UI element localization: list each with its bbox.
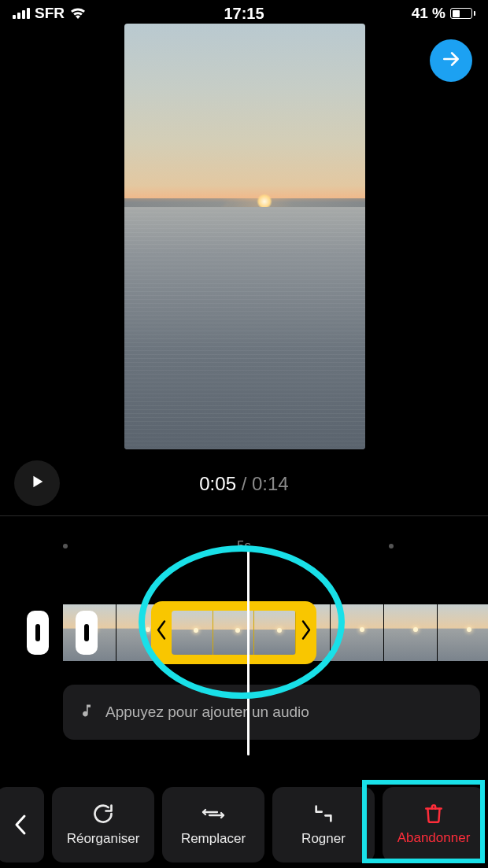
time-separator: /	[236, 473, 252, 494]
discard-label: Abandonner	[397, 830, 471, 846]
reorganize-button[interactable]: Réorganiser	[52, 787, 154, 862]
replace-label: Remplacer	[181, 831, 246, 847]
next-button[interactable]	[430, 39, 472, 82]
carrier-label: SFR	[35, 5, 65, 22]
clip-handle[interactable]	[27, 611, 49, 655]
status-bar: SFR 17:15 41 %	[0, 0, 488, 27]
video-preview[interactable]	[124, 24, 365, 449]
add-audio-button[interactable]: Appuyez pour ajouter un audio	[63, 685, 480, 740]
play-button[interactable]	[14, 460, 60, 506]
trim-preview	[172, 611, 296, 655]
discard-button[interactable]: Abandonner	[383, 787, 485, 862]
chevron-right-icon[interactable]	[301, 619, 312, 647]
timeline-frame[interactable]	[438, 604, 488, 661]
bottom-toolbar: Réorganiser Remplacer Rogner Abandonner	[0, 781, 488, 868]
swap-icon	[201, 803, 225, 825]
time-current: 0:05	[199, 473, 236, 494]
status-left: SFR	[13, 5, 87, 22]
playhead[interactable]	[247, 551, 250, 755]
ruler-dot	[63, 544, 68, 549]
clip-handle[interactable]	[76, 611, 98, 655]
battery-text: 41 %	[412, 5, 445, 22]
back-button[interactable]	[0, 787, 44, 862]
timeline-frame[interactable]	[384, 604, 438, 661]
trash-icon	[423, 803, 444, 824]
crop-icon	[312, 803, 335, 825]
playback-row: 0:05 / 0:14	[0, 460, 488, 508]
reorganize-label: Réorganiser	[67, 831, 140, 847]
trim-selection[interactable]	[151, 601, 316, 664]
arrow-right-icon	[441, 49, 461, 72]
crop-label: Rogner	[301, 831, 346, 847]
time-total: 0:14	[252, 473, 289, 494]
timeline-ruler: 5s	[0, 535, 488, 557]
timeline[interactable]	[0, 598, 488, 667]
cellular-signal-icon	[13, 8, 30, 19]
chevron-left-icon[interactable]	[156, 619, 167, 647]
replace-button[interactable]: Remplacer	[162, 787, 264, 862]
preview-image	[124, 24, 365, 449]
add-audio-label: Appuyez pour ajouter un audio	[105, 704, 309, 721]
battery-icon	[450, 8, 475, 19]
time-display: 0:05 / 0:14	[199, 473, 288, 495]
music-note-icon	[79, 703, 94, 722]
reload-icon	[92, 803, 114, 825]
clock: 17:15	[224, 5, 264, 23]
timeline-frame[interactable]	[331, 604, 384, 661]
chevron-left-icon	[13, 813, 28, 837]
status-right: 41 %	[412, 5, 475, 22]
ruler-dot	[389, 544, 394, 549]
wifi-icon	[69, 7, 87, 20]
divider	[0, 515, 488, 516]
play-icon	[28, 473, 46, 493]
crop-button[interactable]: Rogner	[272, 787, 375, 862]
